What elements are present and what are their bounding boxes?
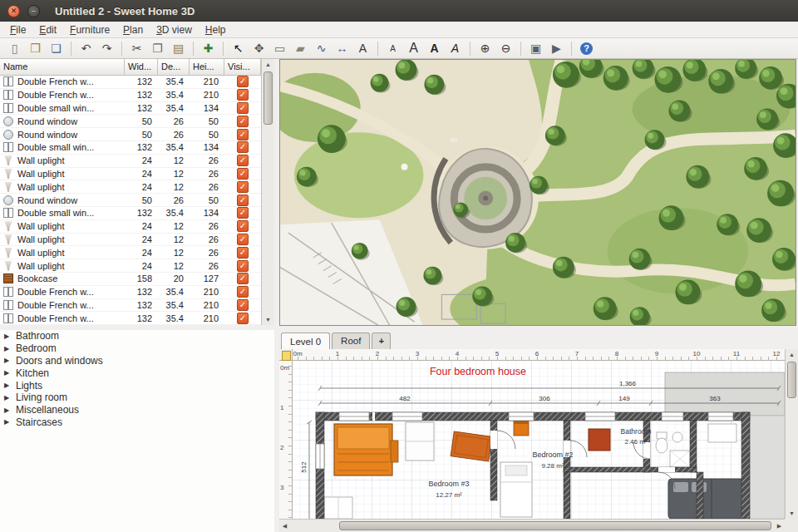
menu-3d-view[interactable]: 3D view bbox=[150, 22, 199, 37]
toolbar-italic-button[interactable]: A bbox=[445, 39, 466, 57]
scrollbar-thumb[interactable] bbox=[339, 521, 771, 530]
table-row[interactable]: Wall uplight241226✓ bbox=[0, 155, 261, 168]
table-row[interactable]: Double small win...13235.4134✓ bbox=[0, 141, 261, 155]
expand-arrow-icon[interactable]: ▶ bbox=[4, 418, 11, 426]
toolbar-create-walls-button[interactable]: ▭ bbox=[269, 39, 290, 57]
catalog-category-kitchen[interactable]: ▶Kitchen bbox=[0, 367, 274, 379]
toolbar-create-dimensions-button[interactable]: ↔ bbox=[332, 39, 352, 57]
table-row[interactable]: Bookcase15820127✓ bbox=[0, 273, 261, 286]
expand-arrow-icon[interactable]: ▶ bbox=[4, 369, 11, 377]
menu-help[interactable]: Help bbox=[199, 22, 233, 37]
visible-checkbox[interactable]: ✓ bbox=[237, 247, 249, 259]
toolbar-bold-button[interactable]: A bbox=[424, 39, 445, 57]
visible-checkbox[interactable]: ✓ bbox=[237, 195, 249, 206]
visible-checkbox[interactable]: ✓ bbox=[237, 141, 249, 153]
catalog-category-doors-and-windows[interactable]: ▶Doors and windows bbox=[0, 355, 274, 367]
visible-checkbox[interactable]: ✓ bbox=[237, 76, 249, 87]
toolbar-zoom-out-button[interactable]: ⊖ bbox=[495, 39, 516, 57]
visible-checkbox[interactable]: ✓ bbox=[237, 286, 249, 298]
scroll-left-icon[interactable]: ◀ bbox=[279, 520, 290, 532]
plan-view[interactable]: 1,366 482 306 149 363 512 Bedroom #3 12.… bbox=[293, 361, 785, 519]
scroll-up-icon[interactable]: ▲ bbox=[262, 59, 274, 70]
toolbar-decrease-text-size-button[interactable]: A bbox=[382, 39, 403, 57]
visible-checkbox[interactable]: ✓ bbox=[237, 207, 249, 219]
add-level-tab[interactable]: + bbox=[372, 332, 391, 349]
toolbar-redo-button[interactable]: ↷ bbox=[96, 39, 117, 57]
menu-edit[interactable]: Edit bbox=[32, 22, 63, 37]
column-header-name[interactable]: Name bbox=[0, 59, 125, 75]
scrollbar-thumb[interactable] bbox=[787, 362, 796, 398]
table-row[interactable]: Double French w...13235.4210✓ bbox=[0, 299, 261, 313]
room-label-bedroom3[interactable]: Bedroom #3 bbox=[428, 480, 469, 488]
menu-plan[interactable]: Plan bbox=[116, 22, 150, 37]
table-row[interactable]: Wall uplight241226✓ bbox=[0, 246, 261, 259]
toolbar-undo-button[interactable]: ↶ bbox=[76, 39, 96, 57]
expand-arrow-icon[interactable]: ▶ bbox=[4, 406, 11, 414]
table-row[interactable]: Double French w...13235.4210✓ bbox=[0, 312, 261, 325]
scroll-down-icon[interactable]: ▼ bbox=[262, 314, 274, 325]
toolbar-paste-button[interactable]: ▤ bbox=[168, 39, 189, 57]
scrollbar-thumb[interactable] bbox=[264, 71, 273, 125]
catalog-category-staircases[interactable]: ▶Staircases bbox=[0, 416, 274, 429]
view-3d[interactable] bbox=[279, 59, 796, 326]
toolbar-zoom-in-button[interactable]: ⊕ bbox=[475, 39, 495, 57]
visible-checkbox[interactable]: ✓ bbox=[237, 273, 249, 284]
toolbar-create-polylines-button[interactable]: ∿ bbox=[311, 39, 332, 57]
table-row[interactable]: Round window502650✓ bbox=[0, 115, 261, 128]
toolbar-add-furniture-button[interactable]: ✚ bbox=[198, 39, 219, 57]
table-row[interactable]: Double small win...13235.4134✓ bbox=[0, 207, 261, 220]
toolbar-open-plan-button[interactable]: ❒ bbox=[25, 39, 46, 57]
toolbar-cut-button[interactable]: ✂ bbox=[126, 39, 147, 57]
tab-roof[interactable]: Roof bbox=[332, 332, 370, 349]
visible-checkbox[interactable]: ✓ bbox=[237, 116, 249, 127]
scroll-right-icon[interactable]: ▶ bbox=[774, 520, 785, 532]
plan-horizontal-scrollbar[interactable]: ◀ ▶ bbox=[279, 519, 785, 532]
table-row[interactable]: Round window502650✓ bbox=[0, 128, 261, 141]
dimension-seg3[interactable]: 149 bbox=[618, 395, 630, 402]
table-row[interactable]: Double French w...13235.4210✓ bbox=[0, 286, 261, 299]
room-label-bedroom2[interactable]: Bedroom #2 bbox=[532, 451, 573, 459]
scroll-up-icon[interactable]: ▲ bbox=[786, 349, 798, 360]
toolbar-increase-text-size-button[interactable]: A bbox=[403, 39, 424, 57]
menu-file[interactable]: File bbox=[3, 22, 32, 37]
table-row[interactable]: Wall uplight241226✓ bbox=[0, 259, 261, 273]
visible-checkbox[interactable]: ✓ bbox=[237, 168, 249, 180]
plan-title-text[interactable]: Four bedroom house bbox=[430, 366, 526, 377]
room-label-bathroom[interactable]: Bathroom bbox=[621, 427, 652, 436]
visible-checkbox[interactable]: ✓ bbox=[237, 102, 249, 114]
tab-level-0[interactable]: Level 0 bbox=[281, 332, 330, 350]
minimize-button[interactable]: – bbox=[27, 5, 40, 17]
column-header-depth[interactable]: De... bbox=[158, 59, 190, 75]
catalog-category-bedroom[interactable]: ▶Bedroom bbox=[0, 342, 274, 355]
toolbar-create-photo-button[interactable]: ▣ bbox=[525, 39, 546, 57]
catalog-category-bathroom[interactable]: ▶Bathroom bbox=[0, 330, 274, 342]
column-header-visible[interactable]: Visi... bbox=[224, 59, 261, 75]
furniture-table-scrollbar[interactable]: ▲ ▼ bbox=[261, 59, 274, 325]
dimension-left[interactable]: 512 bbox=[300, 461, 308, 473]
toolbar-add-texts-button[interactable]: A bbox=[352, 39, 373, 57]
catalog-category-miscellaneous[interactable]: ▶Miscellaneous bbox=[0, 404, 274, 416]
dimension-seg1[interactable]: 482 bbox=[399, 395, 411, 402]
expand-arrow-icon[interactable]: ▶ bbox=[4, 357, 11, 364]
toolbar-new-plan-button[interactable]: ▯ bbox=[4, 39, 25, 57]
expand-arrow-icon[interactable]: ▶ bbox=[4, 345, 11, 352]
visible-checkbox[interactable]: ✓ bbox=[237, 155, 249, 166]
table-row[interactable]: Wall uplight241226✓ bbox=[0, 180, 261, 194]
table-row[interactable]: Wall uplight241226✓ bbox=[0, 168, 261, 181]
table-row[interactable]: Double French w...13235.4210✓ bbox=[0, 89, 261, 102]
column-header-width[interactable]: Wid... bbox=[125, 59, 158, 75]
table-row[interactable]: Wall uplight241226✓ bbox=[0, 220, 261, 234]
toolbar-create-rooms-button[interactable]: ▰ bbox=[290, 39, 311, 57]
close-button[interactable]: ✕ bbox=[7, 5, 20, 17]
expand-arrow-icon[interactable]: ▶ bbox=[4, 394, 11, 401]
visible-checkbox[interactable]: ✓ bbox=[237, 234, 249, 245]
visible-checkbox[interactable]: ✓ bbox=[237, 181, 249, 193]
toolbar-help-button[interactable]: ? bbox=[576, 39, 597, 57]
scroll-down-icon[interactable]: ▼ bbox=[786, 508, 798, 519]
toolbar-create-video-button[interactable]: ▶ bbox=[546, 39, 567, 57]
table-row[interactable]: Double French w...13235.4210✓ bbox=[0, 76, 261, 89]
toolbar-save-plan-button[interactable]: ❏ bbox=[46, 39, 66, 57]
menu-furniture[interactable]: Furniture bbox=[63, 22, 116, 37]
plan-vertical-scrollbar[interactable]: ▲ ▼ bbox=[785, 349, 798, 519]
table-row[interactable]: Double small win...13235.4134✓ bbox=[0, 102, 261, 116]
